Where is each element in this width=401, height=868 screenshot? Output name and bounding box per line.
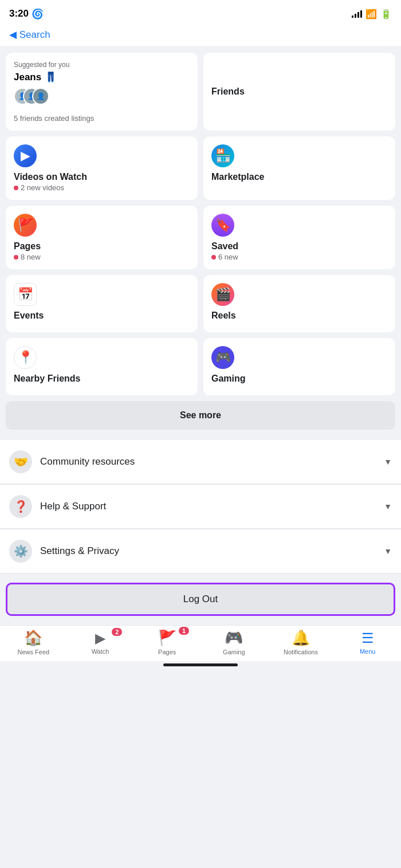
nav-menu[interactable]: ☰ Menu	[334, 630, 401, 655]
reels-title: Reels	[211, 311, 387, 321]
pages-nav-icon: 🚩	[158, 629, 176, 647]
community-icon: 🤝	[9, 450, 32, 473]
friends-label: Friends	[211, 87, 245, 97]
nearby-friends-card[interactable]: 📍 Nearby Friends	[6, 338, 198, 395]
nav-pages[interactable]: 🚩 1 Pages	[133, 629, 200, 655]
logout-section: Log Out	[0, 574, 401, 625]
saved-icon: 🔖	[211, 214, 234, 237]
menu-icon: ☰	[361, 630, 374, 646]
status-icons: 📶 🔋	[352, 9, 392, 19]
pages-title: Pages	[14, 241, 190, 252]
search-header: ◀ Search	[0, 25, 401, 47]
events-card[interactable]: 📅 Events	[6, 275, 198, 332]
nav-gaming-label: Gaming	[223, 649, 245, 655]
pages-icon: 🚩	[14, 214, 37, 237]
jeans-title: Jeans 👖	[14, 71, 190, 83]
community-resources-row[interactable]: 🤝 Community resources ▼	[0, 440, 401, 484]
settings-privacy-row[interactable]: ⚙️ Settings & Privacy ▼	[0, 529, 401, 574]
section-divider	[0, 435, 401, 440]
home-indicator	[163, 663, 238, 666]
help-icon: ❓	[9, 495, 32, 518]
gaming-icon: 🎮	[211, 346, 234, 369]
watch-badge: 2	[112, 628, 122, 636]
marketplace-icon: 🏪	[211, 144, 234, 167]
saved-sub: 6 new	[211, 253, 387, 261]
nav-watch-label: Watch	[92, 648, 109, 655]
home-icon: 🏠	[24, 629, 42, 647]
videos-watch-icon: ▶	[14, 144, 37, 167]
help-label: Help & Support	[40, 501, 376, 512]
battery-icon: 🔋	[380, 9, 392, 19]
reels-card[interactable]: 🎬 Reels	[203, 275, 395, 332]
videos-watch-title: Videos on Watch	[14, 172, 190, 182]
reels-icon: 🎬	[211, 283, 234, 306]
nav-watch[interactable]: ▶ 2 Watch	[67, 630, 134, 655]
signal-icon	[352, 10, 362, 18]
watch-icon: ▶	[95, 630, 105, 646]
jeans-avatars: 👤 👤 👤	[14, 88, 190, 105]
gaming-card[interactable]: 🎮 Gaming	[203, 338, 395, 395]
shortcuts-grid: ▶ Videos on Watch 2 new videos 🏪 Marketp…	[0, 131, 401, 401]
pages-badge: 1	[179, 627, 189, 635]
community-label: Community resources	[40, 456, 376, 468]
friends-card[interactable]: Friends	[203, 53, 395, 131]
gaming-nav-icon: 🎮	[225, 629, 243, 647]
nav-gaming[interactable]: 🎮 Gaming	[200, 629, 268, 655]
events-title: Events	[14, 311, 190, 321]
logout-button[interactable]: Log Out	[6, 583, 395, 616]
see-more-button[interactable]: See more	[6, 401, 395, 430]
nav-menu-label: Menu	[360, 648, 376, 655]
back-button[interactable]: ◀ Search	[9, 29, 392, 41]
nav-news-feed[interactable]: 🏠 News Feed	[0, 629, 67, 655]
settings-label: Settings & Privacy	[40, 545, 376, 557]
marketplace-title: Marketplace	[211, 172, 387, 182]
nav-notifications-label: Notifications	[284, 649, 318, 655]
videos-watch-sub: 2 new videos	[14, 183, 190, 192]
chevron-down-icon: ▼	[384, 547, 392, 556]
bottom-nav: 🏠 News Feed ▶ 2 Watch 🚩 1 Pages 🎮 Gaming…	[0, 625, 401, 661]
saved-title: Saved	[211, 241, 387, 252]
help-support-row[interactable]: ❓ Help & Support ▼	[0, 485, 401, 529]
collapsibles-container: 🤝 Community resources ▼ ❓ Help & Support…	[0, 440, 401, 574]
status-bar: 3:20 🌀 📶 🔋	[0, 0, 401, 25]
nav-notifications[interactable]: 🔔 Notifications	[268, 629, 335, 655]
nav-pages-label: Pages	[158, 649, 176, 655]
videos-watch-card[interactable]: ▶ Videos on Watch 2 new videos	[6, 136, 198, 200]
bell-icon: 🔔	[292, 629, 310, 647]
status-time: 3:20 🌀	[9, 8, 44, 20]
jeans-card[interactable]: Suggested for you Jeans 👖 👤 👤 👤 5 friend…	[6, 53, 198, 131]
main-content: Suggested for you Jeans 👖 👤 👤 👤 5 friend…	[0, 47, 401, 625]
gaming-title: Gaming	[211, 374, 387, 384]
events-icon: 📅	[14, 283, 37, 306]
new-dot	[14, 186, 18, 190]
new-dot	[14, 255, 18, 260]
nearby-icon: 📍	[14, 346, 37, 369]
partial-top-row: Suggested for you Jeans 👖 👤 👤 👤 5 friend…	[0, 47, 401, 131]
pages-card[interactable]: 🚩 Pages 8 new	[6, 206, 198, 269]
avatar: 👤	[32, 88, 49, 105]
pages-sub: 8 new	[14, 253, 190, 261]
saved-card[interactable]: 🔖 Saved 6 new	[203, 206, 395, 269]
chevron-down-icon: ▼	[384, 457, 392, 466]
nearby-title: Nearby Friends	[14, 374, 190, 384]
chevron-down-icon: ▼	[384, 502, 392, 511]
jeans-subtext: 5 friends created listings	[14, 114, 190, 123]
nav-news-feed-label: News Feed	[18, 649, 50, 655]
marketplace-card[interactable]: 🏪 Marketplace	[203, 136, 395, 200]
wifi-icon: 📶	[365, 9, 377, 19]
new-dot	[211, 255, 216, 260]
suggested-label: Suggested for you	[14, 61, 190, 69]
settings-icon: ⚙️	[9, 540, 32, 563]
